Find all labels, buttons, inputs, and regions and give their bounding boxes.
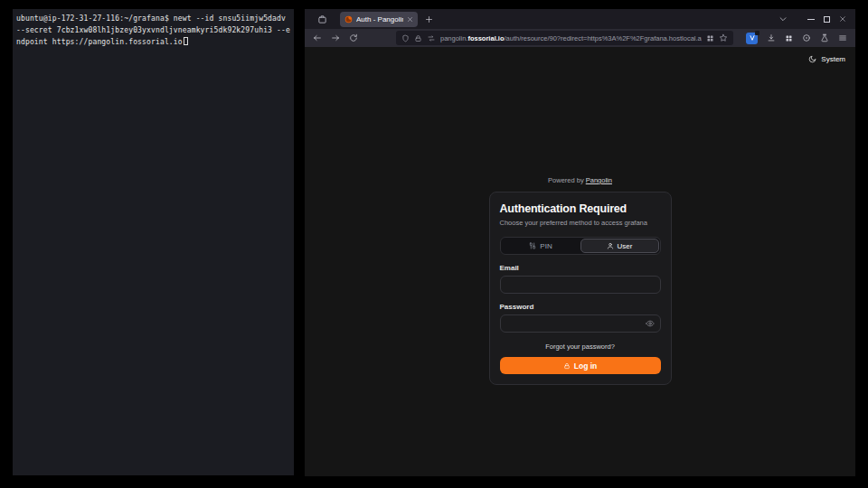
firefox-view-icon[interactable] — [313, 11, 331, 27]
tab-list-chevron-icon[interactable] — [778, 14, 788, 23]
tab-title: Auth - Pangolin — [356, 15, 403, 23]
extensions-grid-icon[interactable] — [785, 34, 793, 42]
pangolin-link[interactable]: Pangolin — [586, 176, 612, 184]
tracking-protection-shield-icon[interactable] — [401, 34, 410, 42]
terminal-cursor — [184, 37, 188, 45]
browser-tab-bar: Auth - Pangolin — [305, 9, 855, 29]
email-label: Email — [500, 264, 661, 272]
window-maximize-button[interactable] — [824, 16, 830, 23]
url-bar[interactable]: pangolin.fossorial.io/auth/resource/90?r… — [396, 31, 733, 45]
back-button[interactable] — [313, 33, 322, 42]
window-close-button[interactable] — [839, 15, 846, 23]
new-tab-button[interactable] — [425, 15, 433, 23]
tab-pin[interactable]: PIN — [502, 239, 580, 253]
menu-hamburger-icon[interactable] — [838, 33, 847, 42]
url-text: pangolin.fossorial.io/auth/resource/90?r… — [440, 34, 702, 42]
lock-icon[interactable] — [414, 34, 422, 42]
terminal-line: ubuntu@ip-172-31-27-116:~/grafana$ newt … — [16, 13, 294, 24]
vimium-extension-icon[interactable] — [746, 33, 758, 44]
auth-method-tabs: PIN User — [500, 237, 661, 255]
theme-toggle[interactable]: System — [808, 55, 845, 63]
login-button-label: Log in — [574, 361, 598, 371]
downloads-button[interactable] — [767, 33, 776, 42]
card-subtitle: Choose your preferred method to access g… — [500, 219, 661, 227]
tab-user[interactable]: User — [580, 239, 659, 253]
tab-user-label: User — [618, 242, 633, 250]
login-button[interactable]: Log in — [500, 357, 661, 374]
forgot-password-link[interactable]: Forgot your password? — [500, 343, 661, 351]
powered-by: Powered by Pangolin — [548, 176, 612, 184]
browser-window: Auth - Pangolin — [305, 9, 855, 476]
browser-toolbar: pangolin.fossorial.io/auth/resource/90?r… — [305, 29, 855, 47]
ublock-circle-icon[interactable] — [802, 33, 811, 42]
tab-close-icon[interactable] — [407, 16, 413, 23]
terminal-line: ndpoint https://pangolin.fossorial.io — [16, 36, 294, 48]
password-field[interactable] — [500, 314, 661, 333]
flask-extension-icon[interactable] — [820, 33, 829, 42]
vimium-badge — [755, 31, 760, 35]
keypad-icon — [529, 242, 536, 249]
bookmark-star-icon[interactable] — [719, 33, 728, 42]
terminal-line-text: ndpoint https://pangolin.fossorial.io — [16, 38, 183, 46]
url-prefix: pangolin. — [440, 34, 467, 42]
tab-pin-label: PIN — [540, 242, 552, 250]
login-lock-icon — [563, 362, 571, 370]
page-actions-grid-icon[interactable] — [706, 34, 714, 42]
card-title: Authentication Required — [500, 202, 661, 215]
window-minimize-button[interactable] — [807, 19, 815, 20]
page-content: System Powered by Pangolin Authenticatio… — [305, 47, 855, 476]
user-icon — [607, 242, 614, 249]
tab-auth-pangolin[interactable]: Auth - Pangolin — [340, 12, 418, 27]
url-domain: fossorial.io — [467, 34, 504, 42]
eye-icon[interactable] — [646, 319, 655, 328]
email-field[interactable] — [500, 276, 661, 294]
terminal-window[interactable]: ubuntu@ip-172-31-27-116:~/grafana$ newt … — [13, 9, 294, 475]
terminal-line: --secret 7cbz1xw08lh1jbzey03yxvndljvneam… — [16, 24, 294, 36]
moon-icon — [808, 55, 816, 63]
pangolin-favicon-icon — [344, 15, 353, 23]
translate-arrows-icon[interactable] — [427, 34, 436, 42]
url-path: /auth/resource/90?redirect=https%3A%2F%2… — [504, 34, 702, 42]
reload-button[interactable] — [349, 33, 358, 42]
forward-button[interactable] — [331, 33, 340, 42]
auth-card: Authentication Required Choose your pref… — [489, 192, 672, 385]
powered-by-text: Powered by — [548, 176, 584, 184]
theme-toggle-label: System — [821, 55, 845, 63]
password-label: Password — [500, 303, 661, 311]
desktop: ubuntu@ip-172-31-27-116:~/grafana$ newt … — [0, 0, 868, 488]
